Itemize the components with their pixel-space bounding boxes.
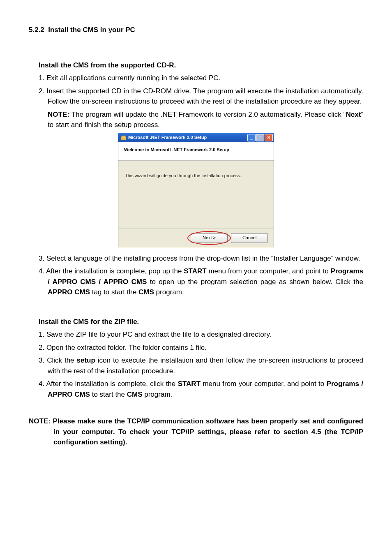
final-note: NOTE: Please make sure the TCP/IP commun… <box>29 416 363 448</box>
section-title: Install the CMS in your PC <box>48 26 135 34</box>
zip-step-2-text: 2. Open the extracted folder. The folder… <box>39 342 363 353</box>
zip-step-4-text: 4. After the installation is complete, c… <box>39 379 363 400</box>
cd-step-2-text: 2. Insert the supported CD in the CD-ROM… <box>39 86 363 107</box>
zip-step-1: 1. Save the ZIP file to your PC and extr… <box>39 329 363 340</box>
minimize-button[interactable]: _ <box>247 134 256 141</box>
zip-step-4: 4. After the installation is complete, c… <box>39 379 363 400</box>
close-button[interactable]: ✕ <box>265 134 273 141</box>
cd-step-1-text: 1. Exit all applications currently runni… <box>39 73 363 83</box>
cd-step-3: 3. Select a language of the installing p… <box>39 253 363 264</box>
note-text-a: The program will update the .NET Framewo… <box>69 111 346 118</box>
next-button[interactable]: Next > <box>191 233 228 243</box>
maximize-button: □ <box>256 134 264 141</box>
note-bold-next: Next <box>346 111 361 118</box>
cd-step-2: 2. Insert the supported CD in the CD-ROM… <box>39 86 363 107</box>
dialog-title: Microsoft .NET Framework 2.0 Setup <box>128 134 247 141</box>
cd-note: NOTE: The program will update the .NET F… <box>48 109 363 130</box>
dialog-titlebar: Microsoft .NET Framework 2.0 Setup _ □ ✕ <box>118 133 274 142</box>
cd-install-heading: Install the CMS from the supported CD-R. <box>39 60 363 71</box>
final-note-text: NOTE: Please make sure the TCP/IP commun… <box>29 416 363 448</box>
cd-step-4: 4. After the installation is complete, p… <box>39 266 363 298</box>
note-label: NOTE: <box>48 111 69 118</box>
svg-rect-1 <box>122 136 125 137</box>
dialog-footer: Next > Cancel <box>118 229 274 248</box>
zip-install-heading: Install the CMS for the ZIP file. <box>39 317 363 327</box>
section-heading: 5.2.2 Install the CMS in your PC <box>29 25 363 35</box>
dialog-screenshot: Microsoft .NET Framework 2.0 Setup _ □ ✕… <box>29 133 363 248</box>
zip-step-1-text: 1. Save the ZIP file to your PC and extr… <box>39 329 363 340</box>
next-button-highlight: Next > <box>191 233 228 243</box>
zip-step-3: 3. Click the setup icon to execute the i… <box>39 355 363 376</box>
window-buttons: _ □ ✕ <box>247 134 273 141</box>
cd-step-4-text: 4. After the installation is complete, p… <box>39 266 363 298</box>
dialog-header-text: Welcome to Microsoft .NET Framework 2.0 … <box>118 142 274 161</box>
zip-step-2: 2. Open the extracted folder. The folder… <box>39 342 363 353</box>
net-framework-dialog: Microsoft .NET Framework 2.0 Setup _ □ ✕… <box>118 133 274 248</box>
cd-step-1: 1. Exit all applications currently runni… <box>39 73 363 83</box>
zip-step-3-text: 3. Click the setup icon to execute the i… <box>39 355 363 376</box>
installer-icon <box>121 135 127 141</box>
cd-step-3-text: 3. Select a language of the installing p… <box>39 253 363 264</box>
cancel-button[interactable]: Cancel <box>231 233 268 243</box>
section-number: 5.2.2 <box>29 26 44 34</box>
dialog-body-text: This wizard will guide you through the i… <box>118 161 274 229</box>
